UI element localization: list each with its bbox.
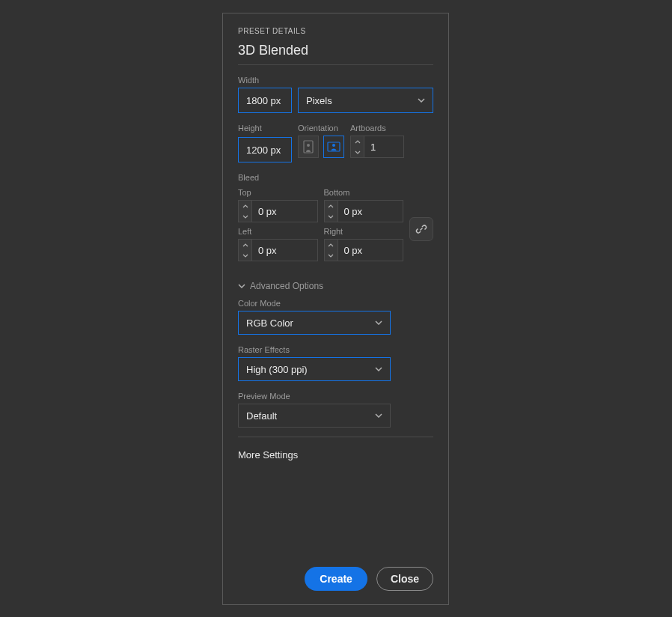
width-input[interactable]	[238, 88, 292, 113]
bleed-top-input[interactable]	[252, 201, 291, 222]
units-select[interactable]: Pixels	[298, 88, 433, 113]
bleed-right-label: Right	[324, 227, 404, 236]
bleed-left-label: Left	[238, 227, 318, 236]
orientation-buttons	[298, 136, 344, 158]
raster-effects-label: Raster Effects	[238, 345, 433, 354]
color-mode-label: Color Mode	[238, 299, 433, 308]
advanced-options-label: Advanced Options	[250, 281, 323, 291]
stepper-up[interactable]	[351, 136, 364, 147]
landscape-icon	[327, 142, 340, 152]
artboards-block: Artboards	[350, 124, 404, 162]
chevron-down-icon	[375, 320, 382, 325]
svg-point-3	[332, 144, 335, 147]
chevron-down-icon	[238, 284, 245, 289]
artboards-input[interactable]	[364, 136, 403, 157]
bleed-link-button[interactable]	[409, 217, 433, 241]
portrait-icon	[303, 140, 314, 154]
height-input[interactable]	[238, 137, 292, 162]
create-button[interactable]: Create	[305, 567, 367, 591]
color-mode-select[interactable]: RGB Color	[238, 311, 391, 335]
svg-point-1	[307, 144, 310, 147]
bleed-bottom-stepper[interactable]	[324, 200, 404, 222]
height-label: Height	[238, 124, 292, 133]
more-settings-link[interactable]: More Settings	[238, 449, 433, 461]
link-icon	[415, 223, 427, 235]
stepper-down[interactable]	[239, 211, 251, 222]
bleed-bottom-input[interactable]	[338, 201, 377, 222]
preview-mode-select[interactable]: Default	[238, 404, 391, 428]
chevron-down-icon	[375, 413, 382, 418]
bleed-left-stepper[interactable]	[238, 239, 318, 261]
stepper-down[interactable]	[325, 211, 337, 222]
bleed-label: Bleed	[238, 173, 433, 182]
stepper-up[interactable]	[239, 201, 251, 211]
divider	[238, 437, 433, 437]
stepper-down[interactable]	[351, 147, 364, 157]
bleed-right-input[interactable]	[338, 240, 377, 261]
orientation-landscape-button[interactable]	[323, 136, 344, 158]
orientation-portrait-button[interactable]	[298, 136, 319, 158]
orientation-block: Orientation	[298, 124, 344, 162]
artboards-label: Artboards	[350, 124, 404, 133]
stepper-down[interactable]	[325, 250, 337, 261]
chevron-down-icon	[418, 98, 425, 103]
stepper-up[interactable]	[325, 240, 337, 250]
height-block: Height	[238, 124, 292, 162]
color-mode-value: RGB Color	[246, 317, 293, 329]
advanced-options-toggle[interactable]: Advanced Options	[238, 281, 433, 291]
bleed-right-stepper[interactable]	[324, 239, 404, 261]
width-row: Pixels	[238, 88, 433, 113]
bleed-bottom-label: Bottom	[324, 188, 404, 197]
bleed-top-label: Top	[238, 188, 318, 197]
preset-name[interactable]: 3D Blended	[238, 43, 433, 65]
chevron-down-icon	[375, 367, 382, 371]
preview-mode-value: Default	[246, 410, 277, 422]
stepper-arrows	[351, 136, 364, 157]
preset-details-panel: PRESET DETAILS 3D Blended Width Pixels H…	[222, 13, 449, 605]
preset-details-section-label: PRESET DETAILS	[238, 27, 433, 35]
width-label: Width	[238, 76, 433, 85]
artboards-stepper[interactable]	[350, 136, 404, 158]
stepper-up[interactable]	[325, 201, 337, 211]
raster-effects-value: High (300 ppi)	[246, 364, 308, 375]
stepper-up[interactable]	[239, 240, 251, 250]
orientation-label: Orientation	[298, 124, 344, 133]
preview-mode-label: Preview Mode	[238, 392, 433, 401]
stepper-down[interactable]	[239, 250, 251, 261]
bleed-top-stepper[interactable]	[238, 200, 318, 222]
bleed-grid: Top Bottom	[238, 188, 433, 270]
height-orientation-artboards-row: Height Orientation	[238, 124, 433, 162]
close-button[interactable]: Close	[376, 567, 433, 591]
footer-buttons: Create Close	[305, 567, 433, 591]
units-value: Pixels	[306, 95, 332, 106]
bleed-left-input[interactable]	[252, 240, 291, 261]
raster-effects-select[interactable]: High (300 ppi)	[238, 357, 391, 381]
